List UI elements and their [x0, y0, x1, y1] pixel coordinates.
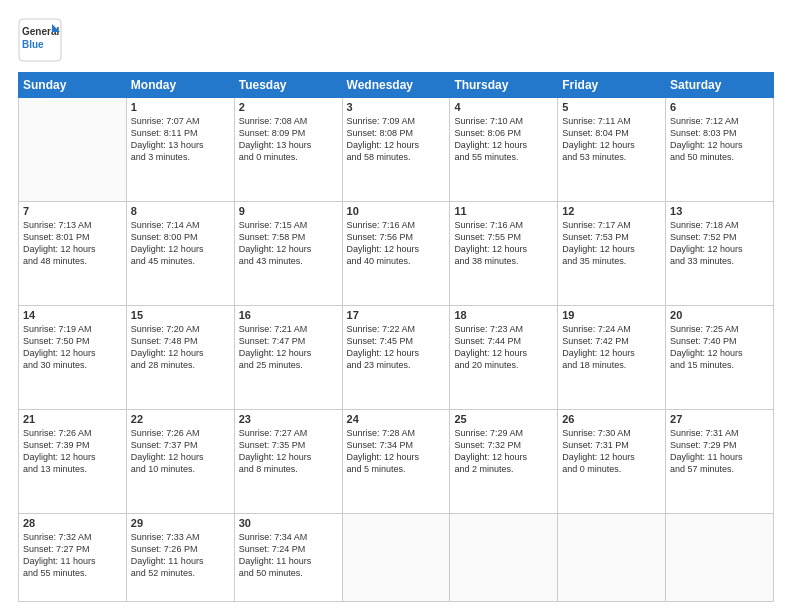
day-number: 24 [347, 413, 446, 425]
calendar-cell: 13Sunrise: 7:18 AM Sunset: 7:52 PM Dayli… [666, 201, 774, 305]
day-number: 5 [562, 101, 661, 113]
calendar-cell: 26Sunrise: 7:30 AM Sunset: 7:31 PM Dayli… [558, 409, 666, 513]
calendar-header-tuesday: Tuesday [234, 73, 342, 98]
calendar-cell: 24Sunrise: 7:28 AM Sunset: 7:34 PM Dayli… [342, 409, 450, 513]
day-number: 9 [239, 205, 338, 217]
logo: General Blue [18, 18, 62, 62]
calendar-header-row: SundayMondayTuesdayWednesdayThursdayFrid… [19, 73, 774, 98]
day-content: Sunrise: 7:22 AM Sunset: 7:45 PM Dayligh… [347, 323, 446, 372]
day-content: Sunrise: 7:23 AM Sunset: 7:44 PM Dayligh… [454, 323, 553, 372]
calendar-cell [19, 98, 127, 202]
day-number: 26 [562, 413, 661, 425]
day-content: Sunrise: 7:20 AM Sunset: 7:48 PM Dayligh… [131, 323, 230, 372]
calendar-cell: 19Sunrise: 7:24 AM Sunset: 7:42 PM Dayli… [558, 305, 666, 409]
day-number: 6 [670, 101, 769, 113]
calendar-cell: 28Sunrise: 7:32 AM Sunset: 7:27 PM Dayli… [19, 513, 127, 601]
day-content: Sunrise: 7:10 AM Sunset: 8:06 PM Dayligh… [454, 115, 553, 164]
day-number: 14 [23, 309, 122, 321]
day-content: Sunrise: 7:27 AM Sunset: 7:35 PM Dayligh… [239, 427, 338, 476]
calendar-cell: 6Sunrise: 7:12 AM Sunset: 8:03 PM Daylig… [666, 98, 774, 202]
calendar-cell: 1Sunrise: 7:07 AM Sunset: 8:11 PM Daylig… [126, 98, 234, 202]
calendar-week-2: 7Sunrise: 7:13 AM Sunset: 8:01 PM Daylig… [19, 201, 774, 305]
calendar-table: SundayMondayTuesdayWednesdayThursdayFrid… [18, 72, 774, 602]
calendar-cell: 11Sunrise: 7:16 AM Sunset: 7:55 PM Dayli… [450, 201, 558, 305]
day-number: 8 [131, 205, 230, 217]
day-number: 22 [131, 413, 230, 425]
logo-svg: General Blue [18, 18, 62, 62]
day-number: 23 [239, 413, 338, 425]
day-content: Sunrise: 7:09 AM Sunset: 8:08 PM Dayligh… [347, 115, 446, 164]
calendar-header-wednesday: Wednesday [342, 73, 450, 98]
day-content: Sunrise: 7:15 AM Sunset: 7:58 PM Dayligh… [239, 219, 338, 268]
day-number: 25 [454, 413, 553, 425]
calendar-cell: 22Sunrise: 7:26 AM Sunset: 7:37 PM Dayli… [126, 409, 234, 513]
day-content: Sunrise: 7:21 AM Sunset: 7:47 PM Dayligh… [239, 323, 338, 372]
day-number: 1 [131, 101, 230, 113]
day-content: Sunrise: 7:19 AM Sunset: 7:50 PM Dayligh… [23, 323, 122, 372]
day-number: 27 [670, 413, 769, 425]
day-number: 13 [670, 205, 769, 217]
calendar-cell: 8Sunrise: 7:14 AM Sunset: 8:00 PM Daylig… [126, 201, 234, 305]
day-number: 2 [239, 101, 338, 113]
day-content: Sunrise: 7:34 AM Sunset: 7:24 PM Dayligh… [239, 531, 338, 580]
calendar-cell: 14Sunrise: 7:19 AM Sunset: 7:50 PM Dayli… [19, 305, 127, 409]
calendar-cell: 10Sunrise: 7:16 AM Sunset: 7:56 PM Dayli… [342, 201, 450, 305]
calendar-week-5: 28Sunrise: 7:32 AM Sunset: 7:27 PM Dayli… [19, 513, 774, 601]
calendar-cell: 20Sunrise: 7:25 AM Sunset: 7:40 PM Dayli… [666, 305, 774, 409]
day-number: 17 [347, 309, 446, 321]
page-header: General Blue [18, 18, 774, 62]
calendar-header-sunday: Sunday [19, 73, 127, 98]
calendar-cell [450, 513, 558, 601]
day-content: Sunrise: 7:33 AM Sunset: 7:26 PM Dayligh… [131, 531, 230, 580]
day-content: Sunrise: 7:18 AM Sunset: 7:52 PM Dayligh… [670, 219, 769, 268]
svg-text:Blue: Blue [22, 39, 44, 50]
day-content: Sunrise: 7:16 AM Sunset: 7:56 PM Dayligh… [347, 219, 446, 268]
day-number: 29 [131, 517, 230, 529]
calendar-cell: 4Sunrise: 7:10 AM Sunset: 8:06 PM Daylig… [450, 98, 558, 202]
day-content: Sunrise: 7:31 AM Sunset: 7:29 PM Dayligh… [670, 427, 769, 476]
calendar-week-4: 21Sunrise: 7:26 AM Sunset: 7:39 PM Dayli… [19, 409, 774, 513]
day-number: 28 [23, 517, 122, 529]
day-content: Sunrise: 7:16 AM Sunset: 7:55 PM Dayligh… [454, 219, 553, 268]
calendar-cell [342, 513, 450, 601]
calendar-cell: 2Sunrise: 7:08 AM Sunset: 8:09 PM Daylig… [234, 98, 342, 202]
day-number: 4 [454, 101, 553, 113]
day-number: 21 [23, 413, 122, 425]
day-content: Sunrise: 7:32 AM Sunset: 7:27 PM Dayligh… [23, 531, 122, 580]
calendar-header-thursday: Thursday [450, 73, 558, 98]
calendar-header-friday: Friday [558, 73, 666, 98]
day-content: Sunrise: 7:28 AM Sunset: 7:34 PM Dayligh… [347, 427, 446, 476]
day-number: 10 [347, 205, 446, 217]
calendar-cell: 21Sunrise: 7:26 AM Sunset: 7:39 PM Dayli… [19, 409, 127, 513]
day-number: 20 [670, 309, 769, 321]
calendar-cell: 27Sunrise: 7:31 AM Sunset: 7:29 PM Dayli… [666, 409, 774, 513]
calendar-cell: 23Sunrise: 7:27 AM Sunset: 7:35 PM Dayli… [234, 409, 342, 513]
calendar-cell [558, 513, 666, 601]
day-content: Sunrise: 7:12 AM Sunset: 8:03 PM Dayligh… [670, 115, 769, 164]
day-content: Sunrise: 7:17 AM Sunset: 7:53 PM Dayligh… [562, 219, 661, 268]
day-content: Sunrise: 7:11 AM Sunset: 8:04 PM Dayligh… [562, 115, 661, 164]
day-number: 7 [23, 205, 122, 217]
calendar-cell: 29Sunrise: 7:33 AM Sunset: 7:26 PM Dayli… [126, 513, 234, 601]
calendar-cell: 5Sunrise: 7:11 AM Sunset: 8:04 PM Daylig… [558, 98, 666, 202]
day-content: Sunrise: 7:26 AM Sunset: 7:39 PM Dayligh… [23, 427, 122, 476]
day-content: Sunrise: 7:14 AM Sunset: 8:00 PM Dayligh… [131, 219, 230, 268]
day-number: 11 [454, 205, 553, 217]
day-content: Sunrise: 7:24 AM Sunset: 7:42 PM Dayligh… [562, 323, 661, 372]
day-content: Sunrise: 7:26 AM Sunset: 7:37 PM Dayligh… [131, 427, 230, 476]
day-number: 18 [454, 309, 553, 321]
day-content: Sunrise: 7:29 AM Sunset: 7:32 PM Dayligh… [454, 427, 553, 476]
day-number: 19 [562, 309, 661, 321]
calendar-cell: 17Sunrise: 7:22 AM Sunset: 7:45 PM Dayli… [342, 305, 450, 409]
day-content: Sunrise: 7:08 AM Sunset: 8:09 PM Dayligh… [239, 115, 338, 164]
calendar-cell: 16Sunrise: 7:21 AM Sunset: 7:47 PM Dayli… [234, 305, 342, 409]
calendar-cell: 30Sunrise: 7:34 AM Sunset: 7:24 PM Dayli… [234, 513, 342, 601]
calendar-cell: 7Sunrise: 7:13 AM Sunset: 8:01 PM Daylig… [19, 201, 127, 305]
day-number: 30 [239, 517, 338, 529]
calendar-cell: 15Sunrise: 7:20 AM Sunset: 7:48 PM Dayli… [126, 305, 234, 409]
day-number: 16 [239, 309, 338, 321]
calendar-cell [666, 513, 774, 601]
calendar-week-1: 1Sunrise: 7:07 AM Sunset: 8:11 PM Daylig… [19, 98, 774, 202]
calendar-week-3: 14Sunrise: 7:19 AM Sunset: 7:50 PM Dayli… [19, 305, 774, 409]
calendar-cell: 3Sunrise: 7:09 AM Sunset: 8:08 PM Daylig… [342, 98, 450, 202]
